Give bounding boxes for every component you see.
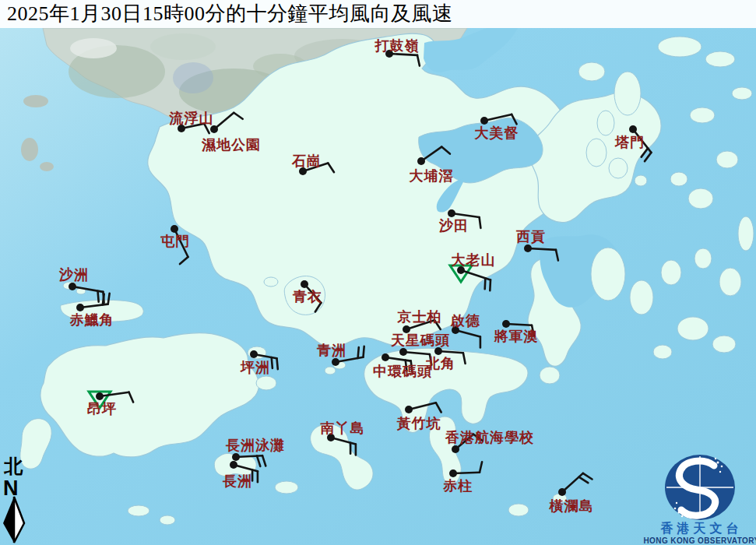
station-label: 長洲泳灘 bbox=[225, 438, 285, 453]
wind-barb-tick bbox=[485, 278, 486, 289]
station-dot bbox=[524, 244, 532, 252]
station-label: 大埔滘 bbox=[409, 168, 454, 184]
station-label: 昂坪 bbox=[87, 401, 117, 417]
wind-barb-tick bbox=[364, 346, 364, 357]
station-dot bbox=[448, 209, 455, 217]
compass-north-char: 北 bbox=[3, 456, 23, 476]
station-label: 香港航海學校 bbox=[445, 430, 534, 445]
station-label: 屯門 bbox=[160, 234, 190, 249]
station-label: 天星碼頭 bbox=[390, 332, 450, 348]
station-label: 將軍澳 bbox=[494, 329, 539, 344]
station-label: 長洲 bbox=[222, 473, 252, 489]
wind-barb-tick bbox=[272, 357, 273, 368]
station-label: 橫瀾島 bbox=[549, 498, 594, 514]
wind-barb-staff bbox=[453, 473, 480, 473]
station-dot bbox=[76, 304, 84, 311]
station-dot bbox=[452, 445, 459, 453]
wind-barb-staff bbox=[236, 455, 262, 457]
logo-name-en: HONG KONG OBSERVATORY bbox=[644, 536, 756, 545]
station-dot bbox=[434, 347, 442, 355]
station-dot bbox=[480, 117, 488, 125]
station-label: 坪洲 bbox=[240, 360, 270, 375]
wind-barb-tick bbox=[277, 358, 278, 369]
station-dot bbox=[382, 353, 389, 361]
station-label: 南丫島 bbox=[320, 420, 365, 436]
compass-n-letter: N bbox=[3, 476, 19, 500]
station-label: 沙洲 bbox=[58, 267, 89, 283]
station-label: 中環碼頭 bbox=[373, 364, 432, 379]
station-label: 啟德 bbox=[450, 313, 480, 329]
station-dot bbox=[502, 320, 510, 328]
station-dot bbox=[210, 125, 218, 133]
station-dot bbox=[399, 348, 407, 356]
station-dot bbox=[332, 358, 339, 366]
map-title: 2025年1月30日15時00分的十分鐘平均風向及風速 bbox=[0, 0, 756, 28]
observatory-logo-icon bbox=[665, 455, 735, 520]
station-dot bbox=[629, 125, 637, 133]
station-label: 青洲 bbox=[316, 343, 346, 358]
station-label: 流浮山 bbox=[169, 111, 214, 126]
station-label: 大老山 bbox=[451, 252, 496, 268]
station-dot bbox=[232, 453, 240, 461]
station-dot bbox=[250, 350, 258, 358]
station-label: 沙田 bbox=[438, 218, 469, 234]
station-label: 赤柱 bbox=[442, 478, 473, 494]
station-label: 西貢 bbox=[515, 229, 546, 244]
station-dot bbox=[230, 461, 237, 469]
station-label: 青衣 bbox=[292, 289, 322, 304]
station-dot bbox=[558, 488, 566, 496]
logo-name-zh: 香港天文台 bbox=[660, 521, 743, 535]
station-label: 濕地公園 bbox=[201, 137, 261, 153]
station-dot bbox=[69, 283, 76, 290]
ma-wan-island bbox=[264, 277, 278, 287]
wind-barb-tick bbox=[98, 291, 99, 302]
station-dot bbox=[171, 225, 178, 233]
station-dot bbox=[417, 157, 425, 165]
station-label: 石崗 bbox=[291, 153, 322, 169]
map-canvas: 打鼓嶺流浮山濕地公園石崗大美督塔門大埔滘沙田西貢大老山屯門沙洲赤鱲角青衣京士柏啟… bbox=[0, 0, 756, 545]
wind-barb-tick bbox=[358, 347, 359, 358]
station-dot bbox=[449, 469, 457, 477]
wind-map-screenshot: 打鼓嶺流浮山濕地公園石崗大美督塔門大埔滘沙田西貢大老山屯門沙洲赤鱲角青衣京士柏啟… bbox=[0, 0, 756, 545]
wind-barb-tick bbox=[490, 280, 491, 290]
station-dot bbox=[405, 406, 413, 413]
station-label: 塔門 bbox=[614, 135, 645, 150]
station-label: 京士柏 bbox=[397, 309, 442, 325]
station-label: 打鼓嶺 bbox=[374, 38, 420, 54]
station-label: 黃竹坑 bbox=[397, 416, 441, 431]
station-dot bbox=[96, 392, 104, 400]
station-dot bbox=[301, 280, 308, 288]
station-label: 大美督 bbox=[474, 125, 519, 141]
station-label: 赤鱲角 bbox=[69, 312, 114, 328]
wind-barb-tick bbox=[480, 217, 481, 228]
